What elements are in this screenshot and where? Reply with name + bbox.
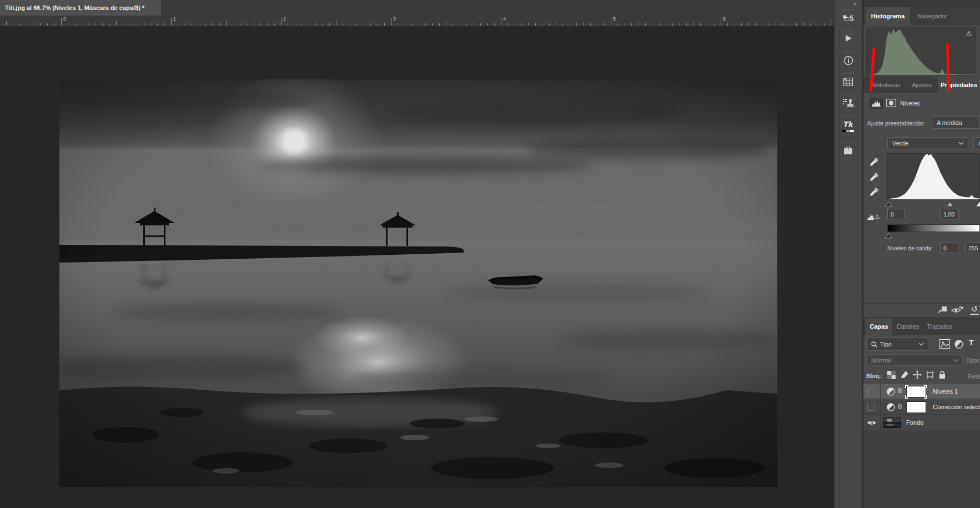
- black-point-eyedropper[interactable]: [869, 157, 879, 167]
- ruler-tick: [274, 23, 275, 26]
- ruler-tick: [707, 23, 707, 26]
- ruler[interactable]: 0123456: [0, 16, 834, 27]
- tab-histograma[interactable]: Histograma: [866, 7, 910, 25]
- gamma-input-field[interactable]: 1.00: [940, 209, 959, 219]
- info-panel-button[interactable]: [834, 50, 862, 71]
- clip-to-layer-icon: [937, 306, 947, 314]
- tab-navegador[interactable]: Navegador: [911, 7, 953, 25]
- lock-pixels-button[interactable]: [900, 370, 909, 379]
- tab-canales[interactable]: Canales: [893, 318, 922, 335]
- layer-filter-dropdown[interactable]: Tipo: [866, 338, 928, 351]
- output-gradient-bar[interactable]: [887, 224, 980, 232]
- histogram-green-svg: [867, 27, 976, 75]
- briefcase-panel-button[interactable]: [834, 140, 862, 161]
- ruler-tick: [288, 23, 288, 26]
- ruler-tick: [631, 23, 632, 26]
- ruler-tick: [639, 22, 639, 26]
- tab-trazados[interactable]: Trazados: [923, 318, 956, 335]
- grid-panel-button[interactable]: [834, 71, 862, 92]
- layer-mask-thumbnail[interactable]: [906, 401, 926, 413]
- white-point-eyedropper[interactable]: [869, 187, 879, 197]
- tab-ajustes[interactable]: Ajustes: [907, 77, 937, 93]
- ruler-tick: [6, 21, 7, 26]
- lock-transparency-button[interactable]: [887, 371, 896, 379]
- eye-icon[interactable]: [867, 420, 877, 426]
- document-tab[interactable]: Titi.jpg al 66.7% (Niveles 1, Máscara de…: [0, 0, 161, 16]
- layer-row-correccion-selectiva[interactable]: 8 Corrección selectiva: [863, 400, 980, 415]
- hidden-visibility-box[interactable]: [867, 388, 875, 395]
- channel-dropdown[interactable]: Verde: [887, 137, 968, 149]
- preset-dropdown[interactable]: A medida: [932, 116, 980, 129]
- highlight-input-slider[interactable]: [976, 201, 980, 207]
- shadow-input-field[interactable]: 0: [887, 209, 904, 219]
- output-highlight-field[interactable]: 255: [965, 243, 980, 253]
- ruler-tick: [254, 22, 254, 26]
- clip-to-layer-button[interactable]: [937, 306, 947, 314]
- layer-row-fondo[interactable]: Fondo: [863, 415, 980, 430]
- toggle-visibility-button[interactable]: [951, 305, 963, 314]
- lock-all-button[interactable]: [938, 370, 946, 379]
- ruler-tick: [116, 21, 117, 26]
- output-shadow-field[interactable]: 0: [940, 243, 958, 253]
- mask-link-icon[interactable]: 8: [898, 386, 902, 395]
- play-actions-button[interactable]: [834, 28, 862, 49]
- filter-type-layers-button[interactable]: T: [969, 338, 974, 347]
- tab-capas[interactable]: Capas: [866, 318, 892, 335]
- ruler-tick: [20, 23, 21, 26]
- ruler-tick: [755, 23, 756, 26]
- layer-thumbnail[interactable]: [883, 417, 901, 428]
- properties-footer-divider: [863, 303, 980, 304]
- shadow-input-slider[interactable]: [884, 201, 892, 207]
- stamp-list-icon: [843, 98, 854, 108]
- output-shadow-slider[interactable]: [884, 233, 892, 239]
- adjustment-layer-icon: [887, 388, 895, 396]
- layer-mask-thumbnail[interactable]: [906, 386, 926, 398]
- tk-b5-panel-button[interactable]: 5: [834, 8, 862, 29]
- tk-panel-button[interactable]: Tk: [834, 114, 862, 138]
- ruler-tick: [233, 23, 233, 26]
- ruler-tick: [171, 18, 172, 26]
- canvas-pasteboard[interactable]: [0, 27, 834, 508]
- ruler-tick: [281, 18, 282, 26]
- ruler-tick: [714, 23, 715, 26]
- ruler-tick: [659, 23, 660, 26]
- filter-pixel-layers-button[interactable]: [939, 339, 950, 349]
- histogram-clip-warning-icon[interactable]: ⚠: [867, 213, 880, 220]
- reset-adjustment-button[interactable]: ↺: [970, 305, 979, 315]
- lock-artboard-button[interactable]: [926, 371, 934, 379]
- stamp-list-panel-button[interactable]: [834, 92, 862, 113]
- visibility-well[interactable]: [863, 384, 881, 399]
- ruler-tick: [625, 23, 625, 26]
- tab-propiedades[interactable]: Propiedades: [938, 77, 980, 93]
- lock-position-button[interactable]: [913, 370, 922, 379]
- lock-icon: [938, 370, 946, 379]
- mask-selection-corner: [924, 395, 927, 399]
- layer-list-empty-area[interactable]: [863, 430, 980, 508]
- gamma-input-slider[interactable]: [946, 201, 954, 207]
- ruler-tick: [604, 23, 605, 26]
- image-icon: [939, 339, 950, 349]
- ruler-tick: [590, 23, 591, 26]
- ruler-tick: [529, 22, 529, 26]
- auto-button[interactable]: A: [973, 137, 980, 149]
- ruler-tick: [645, 23, 646, 26]
- levels-histogram-well[interactable]: [887, 153, 980, 200]
- layer-row-niveles-1[interactable]: 8 Niveles 1: [863, 384, 980, 399]
- ruler-tick: [301, 23, 302, 26]
- panel-divider: [863, 317, 980, 318]
- shadow-input-value: 0: [891, 211, 894, 218]
- blend-mode-dropdown[interactable]: Normal: [866, 354, 963, 366]
- visibility-well[interactable]: [863, 400, 881, 414]
- canvas-photo[interactable]: [59, 79, 777, 487]
- eyedropper-icon: [869, 187, 879, 197]
- search-icon: [871, 341, 877, 348]
- gray-point-eyedropper[interactable]: [869, 172, 879, 182]
- mask-link-icon[interactable]: 8: [898, 402, 902, 410]
- ruler-tick: [315, 23, 316, 26]
- collapse-panels-icon[interactable]: «: [848, 1, 862, 7]
- hidden-visibility-box[interactable]: [867, 404, 875, 411]
- ruler-tick: [295, 23, 295, 26]
- histogram-warning-icon[interactable]: ⚠: [966, 29, 972, 38]
- filter-adjustment-layers-button[interactable]: [954, 340, 963, 349]
- visibility-well[interactable]: [863, 415, 881, 430]
